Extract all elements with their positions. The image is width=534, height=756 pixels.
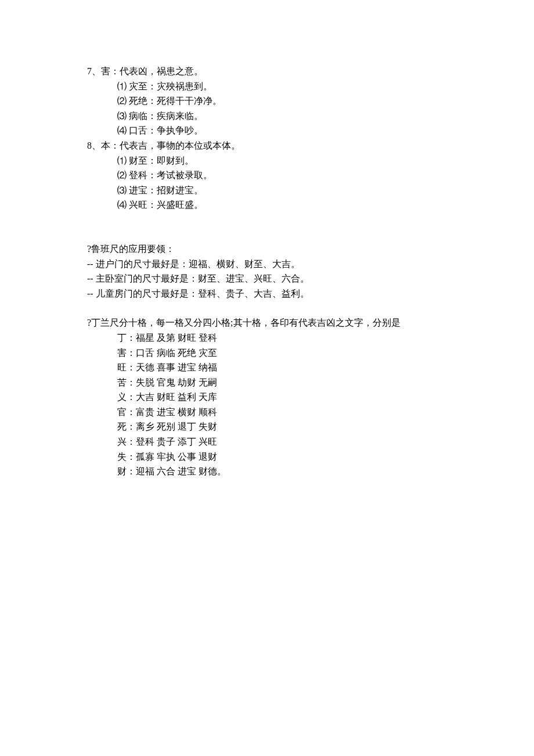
dinglan-item-1: 丁：福星 及第 财旺 登科 <box>87 330 447 345</box>
section-7-item-3: ⑶ 病临：疾病来临。 <box>87 109 447 124</box>
dinglan-item-2: 害：口舌 病临 死绝 灾至 <box>87 345 447 361</box>
section-7: 7、害：代表凶，祸患之意。 ⑴ 灾至：灾殃祸患到。 ⑵ 死绝：死得干干净净。 ⑶… <box>87 64 447 138</box>
section-8-header: 8、本：代表吉，事物的本位或本体。 <box>87 138 447 153</box>
dinglan-item-7: 死：离乡 死别 退丁 失财 <box>87 419 447 434</box>
dinglan-intro: ?丁兰尺分十格，每一格又分四小格;其十格，各印有代表吉凶之文字，分别是 <box>87 315 447 330</box>
section-8-item-1: ⑴ 财至：即财到。 <box>87 153 447 168</box>
section-8-item-4: ⑷ 兴旺：兴盛旺盛。 <box>87 197 447 213</box>
application-title: ?鲁班尺的应用要领： <box>87 242 447 257</box>
section-8: 8、本：代表吉，事物的本位或本体。 ⑴ 财至：即财到。 ⑵ 登科：考试被录取。 … <box>87 138 447 213</box>
dinglan-section: ?丁兰尺分十格，每一格又分四小格;其十格，各印有代表吉凶之文字，分别是 丁：福星… <box>87 315 447 479</box>
section-7-item-1: ⑴ 灾至：灾殃祸患到。 <box>87 79 447 94</box>
application-line-3: -- 儿童房门的尺寸最好是：登科、贵子、大吉、益利。 <box>87 286 447 301</box>
dinglan-item-3: 旺：天德 喜事 进宝 纳福 <box>87 360 447 375</box>
dinglan-item-10: 财：迎福 六合 进宝 财德。 <box>87 464 447 479</box>
dinglan-item-8: 兴：登科 贵子 添丁 兴旺 <box>87 434 447 449</box>
section-8-item-2: ⑵ 登科：考试被录取。 <box>87 168 447 183</box>
dinglan-item-6: 官：富贵 进宝 横财 顺科 <box>87 405 447 420</box>
application-line-1: -- 进户门的尺寸最好是：迎福、横财、财至、大吉。 <box>87 257 447 272</box>
dinglan-item-9: 失：孤寡 牢执 公事 退财 <box>87 449 447 465</box>
application-section: ?鲁班尺的应用要领： -- 进户门的尺寸最好是：迎福、横财、财至、大吉。 -- … <box>87 242 447 301</box>
dinglan-item-5: 义：大吉 财旺 益利 天库 <box>87 390 447 405</box>
section-7-item-2: ⑵ 死绝：死得干干净净。 <box>87 93 447 109</box>
section-8-item-3: ⑶ 进宝：招财进宝。 <box>87 183 447 198</box>
section-7-header: 7、害：代表凶，祸患之意。 <box>87 64 447 79</box>
application-line-2: -- 主卧室门的尺寸最好是：财至、进宝、兴旺、六合。 <box>87 271 447 286</box>
dinglan-item-4: 苦：失脱 官鬼 劫财 无嗣 <box>87 375 447 390</box>
section-7-item-4: ⑷ 口舌：争执争吵。 <box>87 123 447 138</box>
